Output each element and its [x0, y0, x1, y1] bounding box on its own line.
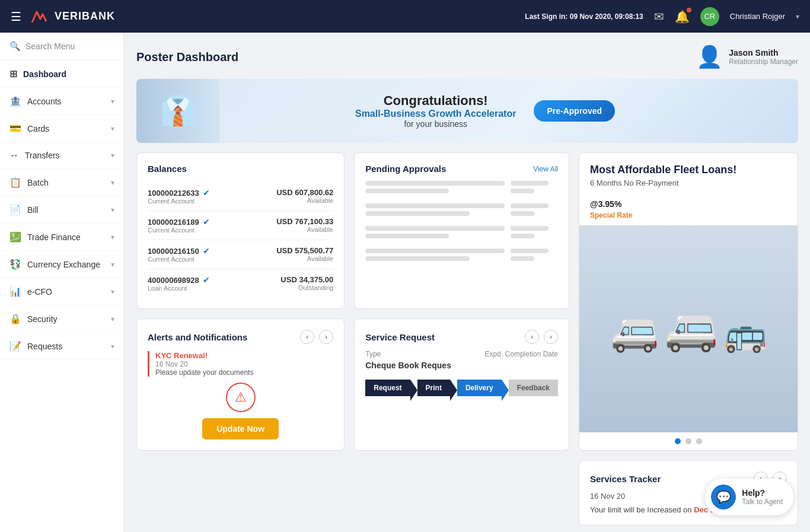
- service-request-card: Service Request ‹ › Type Expd. Completio…: [354, 318, 569, 451]
- pending-row-3: [365, 226, 558, 241]
- sidebar-item-requests[interactable]: 📝 Requests ▾: [0, 333, 124, 360]
- manager-name: Jason Smith: [729, 48, 798, 58]
- service-title: Service Request: [365, 332, 435, 342]
- balances-title: Balances: [148, 164, 333, 174]
- fleet-title: Most Affordable Fleet Loans!: [590, 164, 787, 176]
- acc-type-1: Current Account: [148, 197, 210, 205]
- sidebar-item-security[interactable]: 🔒 Security ▾: [0, 305, 124, 333]
- trade-finance-chevron: ▾: [111, 233, 114, 241]
- acc-label-3: Available: [276, 255, 333, 262]
- pre-approved-button[interactable]: Pre-Approved: [534, 100, 615, 122]
- bill-chevron: ▾: [111, 206, 114, 214]
- pending-row-4: [365, 249, 558, 264]
- help-title: Help?: [742, 488, 783, 498]
- promo-text: Congratulations! Small-Business Growth A…: [355, 93, 516, 129]
- alerts-next-button[interactable]: ›: [319, 330, 333, 344]
- fleet-carousel-dots: [579, 432, 798, 450]
- acc-label-4: Outstanding: [280, 284, 333, 291]
- alerts-prev-button[interactable]: ‹: [300, 330, 314, 344]
- fleet-dot-2[interactable]: [685, 438, 691, 444]
- sidebar-item-batch[interactable]: 📋 Batch ▾: [0, 169, 124, 196]
- acc-check-1: ✔: [203, 188, 210, 197]
- acc-type-3: Current Account: [148, 256, 210, 263]
- sidebar-item-cards[interactable]: 💳 Cards ▾: [0, 115, 124, 142]
- notifications-icon[interactable]: 🔔: [675, 9, 690, 24]
- service-type-label: Type: [365, 350, 381, 358]
- promo-subtitle: Small-Business Growth Accelerator: [355, 109, 516, 119]
- sidebar-item-label-security: Security: [27, 314, 58, 324]
- sidebar-item-label-accounts: Accounts: [27, 97, 62, 106]
- pending-approvals-card: Pending Approvals View All: [354, 152, 569, 309]
- alert-title: KYC Renewal!: [155, 351, 333, 360]
- alerts-card: Alerts and Notifications ‹ › KYC Renewal…: [136, 318, 345, 451]
- service-step-delivery: Delivery: [457, 380, 502, 396]
- cards-icon: 💳: [9, 123, 21, 134]
- acc-amount-3: USD 575,500.77: [276, 246, 333, 255]
- fleet-dot-3[interactable]: [696, 438, 702, 444]
- service-name: Cheque Book Reques: [365, 361, 558, 370]
- acc-amount-1: USD 607,800.62: [276, 188, 333, 197]
- manager-avatar-icon: 👤: [696, 44, 723, 69]
- acc-label-1: Available: [276, 197, 333, 204]
- promo-desc: for your business: [355, 119, 516, 129]
- sidebar-item-trade-finance[interactable]: 💹 Trade Finance ▾: [0, 224, 124, 251]
- accounts-icon: 🏦: [9, 95, 21, 107]
- sidebar-item-label-requests: Requests: [27, 342, 62, 351]
- view-all-link[interactable]: View All: [533, 165, 558, 173]
- alerts-nav: ‹ ›: [300, 330, 333, 344]
- balance-item-3: 100000216150 ✔ Current Account USD 575,5…: [148, 240, 333, 269]
- acc-check-4: ✔: [203, 275, 210, 285]
- acc-num-3: 100000216150: [148, 247, 199, 256]
- sidebar-item-label-currency-exchange: Currency Exchange: [27, 260, 100, 269]
- help-subtitle: Talk to Agent: [742, 498, 783, 506]
- cards-chevron: ▾: [111, 125, 114, 133]
- service-step-feedback: Feedback: [509, 380, 558, 396]
- manager-role: Relationship Manager: [729, 58, 798, 66]
- sidebar: 🔍 Search Menu ⊞ Dashboard 🏦 Accounts ▾ 💳…: [0, 33, 125, 532]
- acc-amount-4: USD 34,375.00: [280, 275, 333, 284]
- search-icon: 🔍: [9, 41, 21, 52]
- sidebar-item-bill[interactable]: 📄 Bill ▾: [0, 196, 124, 224]
- mail-icon[interactable]: ✉: [654, 9, 664, 24]
- dashboard-icon: ⊞: [9, 68, 17, 79]
- hamburger-menu[interactable]: ☰: [11, 9, 21, 24]
- security-icon: 🔒: [9, 313, 21, 324]
- fleet-dot-1[interactable]: [675, 438, 681, 444]
- pending-title: Pending Approvals: [365, 164, 446, 174]
- sidebar-item-label-ecfo: e-CFO: [27, 287, 52, 297]
- username[interactable]: Christian Rojger: [730, 12, 785, 21]
- avatar: CR: [700, 7, 719, 26]
- service-next-button[interactable]: ›: [544, 330, 558, 344]
- alert-desc: Please update your documents: [155, 368, 333, 377]
- acc-num-1: 100000212633: [148, 189, 199, 197]
- service-expd-label: Expd. Completion Date: [485, 350, 558, 358]
- help-button[interactable]: 💬 Help? Talk to Agent: [705, 479, 793, 515]
- transfers-chevron: ▾: [111, 151, 114, 160]
- sidebar-item-dashboard[interactable]: ⊞ Dashboard: [0, 60, 124, 88]
- balances-card: Balances 100000212633 ✔ Current Account …: [136, 152, 345, 309]
- security-chevron: ▾: [111, 315, 114, 323]
- service-prev-button[interactable]: ‹: [525, 330, 539, 344]
- service-header: Service Request ‹ ›: [365, 330, 558, 344]
- acc-num-2: 100000216189: [148, 218, 199, 227]
- update-now-button[interactable]: Update Now: [202, 418, 279, 439]
- sidebar-item-ecfo[interactable]: 📊 e-CFO ▾: [0, 278, 124, 305]
- ecfo-icon: 📊: [9, 286, 21, 297]
- main-content: Poster Dashboard 👤 Jason Smith Relations…: [125, 33, 810, 532]
- currency-exchange-icon: 💱: [9, 259, 21, 270]
- manager-info: 👤 Jason Smith Relationship Manager: [696, 44, 798, 69]
- alerts-header: Alerts and Notifications ‹ ›: [148, 330, 333, 344]
- accounts-chevron: ▾: [111, 97, 114, 106]
- sidebar-item-transfers[interactable]: ↔ Transfers ▾: [0, 142, 124, 169]
- service-nav: ‹ ›: [525, 330, 558, 344]
- sidebar-item-label-bill: Bill: [27, 205, 39, 215]
- sidebar-item-accounts[interactable]: 🏦 Accounts ▾: [0, 88, 124, 115]
- alert-warning-icon: ⚠: [226, 383, 256, 412]
- sidebar-search[interactable]: 🔍 Search Menu: [0, 33, 124, 60]
- brand-logo: VERIBANK: [30, 6, 115, 27]
- alert-date: 16 Nov 20: [155, 360, 333, 368]
- currency-exchange-chevron: ▾: [111, 260, 114, 269]
- fleet-content: Most Affordable Fleet Loans! 6 Months No…: [579, 153, 798, 225]
- search-menu-label: Search Menu: [25, 42, 75, 51]
- sidebar-item-currency-exchange[interactable]: 💱 Currency Exchange ▾: [0, 251, 124, 278]
